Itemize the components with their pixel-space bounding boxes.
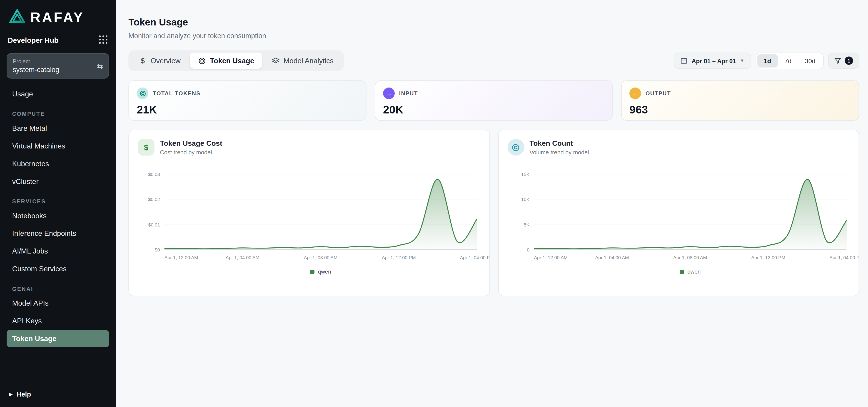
section-genai: GENAI bbox=[12, 286, 104, 292]
y-tick-label: $0 bbox=[155, 247, 160, 252]
sidebar-item-notebooks[interactable]: Notebooks bbox=[7, 207, 109, 224]
y-axis: $0.03$0.02$0.01$0 bbox=[138, 167, 160, 250]
chart-legend: qwen bbox=[138, 268, 480, 275]
sidebar-item-virtual-machines[interactable]: Virtual Machines bbox=[7, 137, 109, 154]
y-tick-label: 15K bbox=[521, 171, 529, 177]
chart-title: Token Count bbox=[529, 139, 589, 147]
chart-subtitle: Cost trend by model bbox=[160, 149, 222, 155]
plot-area bbox=[164, 167, 477, 250]
x-tick-label: Apr 1, 04:00 PM bbox=[460, 255, 490, 260]
tab-bar: Overview Token Usage Model Analytics bbox=[128, 51, 344, 71]
sidebar-item-model-apis[interactable]: Model APIs bbox=[7, 295, 109, 312]
sidebar-item-aiml-jobs[interactable]: AI/ML Jobs bbox=[7, 242, 109, 260]
arrow-right-icon: → bbox=[383, 88, 395, 99]
chart-title: Token Usage Cost bbox=[160, 139, 222, 147]
y-tick-label: 5K bbox=[524, 222, 529, 227]
calendar-icon bbox=[681, 57, 688, 64]
x-tick-label: Apr 1, 04:00 AM bbox=[226, 255, 259, 260]
cost-area-chart: $0.03$0.02$0.01$0 Apr 1, 12:00 AMApr 1, … bbox=[138, 163, 480, 262]
chart-legend: qwen bbox=[507, 268, 850, 275]
chart-header: Token Count Volume trend by model bbox=[507, 139, 850, 155]
stat-value: 21K bbox=[137, 104, 358, 116]
sidebar-item-custom-services[interactable]: Custom Services bbox=[7, 260, 109, 278]
tab-overview[interactable]: Overview bbox=[131, 53, 189, 69]
stat-card-output: ← OUTPUT 963 bbox=[621, 80, 859, 121]
brand: RAFAY bbox=[7, 8, 109, 27]
sidebar-nav: Usage COMPUTE Bare Metal Virtual Machine… bbox=[7, 85, 109, 347]
apps-grid-icon[interactable] bbox=[99, 35, 108, 44]
token-icon bbox=[198, 57, 206, 65]
app-window: RAFAY Developer Hub Project system-catal… bbox=[0, 0, 868, 407]
y-tick-label: $0.01 bbox=[148, 222, 160, 227]
toolbar-right: Apr 01 – Apr 01 ▼ 1d 7d 30d 1 bbox=[674, 52, 859, 69]
date-range-picker[interactable]: Apr 01 – Apr 01 ▼ bbox=[674, 53, 751, 69]
stat-card-total-tokens: TOTAL TOKENS 21K bbox=[128, 80, 367, 121]
dollar-icon bbox=[139, 57, 147, 65]
section-services: SERVICES bbox=[12, 198, 104, 204]
stat-value: 20K bbox=[383, 104, 604, 116]
sidebar-item-vcluster[interactable]: vCluster bbox=[7, 173, 109, 190]
stat-label: TOTAL TOKENS bbox=[153, 90, 200, 96]
sidebar-item-api-keys[interactable]: API Keys bbox=[7, 312, 109, 329]
filter-funnel-icon bbox=[834, 57, 841, 64]
chart-header: $ Token Usage Cost Cost trend by model bbox=[138, 139, 480, 155]
date-range-value: Apr 01 – Apr 01 bbox=[692, 57, 736, 64]
range-selector: 1d 7d 30d bbox=[755, 52, 824, 69]
range-30d-button[interactable]: 30d bbox=[798, 54, 822, 67]
dollar-icon: $ bbox=[138, 139, 155, 155]
section-compute: COMPUTE bbox=[12, 111, 104, 117]
x-axis: Apr 1, 12:00 AMApr 1, 04:00 AMApr 1, 08:… bbox=[164, 252, 477, 262]
stats-row: TOTAL TOKENS 21K → INPUT 20K ← OUTPUT 96… bbox=[128, 80, 859, 121]
toolbar: Overview Token Usage Model Analytics bbox=[128, 51, 859, 71]
help-label: Help bbox=[17, 390, 31, 398]
x-tick-label: Apr 1, 04:00 PM bbox=[829, 255, 859, 260]
sidebar-item-token-usage[interactable]: Token Usage bbox=[7, 330, 109, 347]
filter-count-badge: 1 bbox=[845, 56, 853, 65]
range-1d-button[interactable]: 1d bbox=[757, 54, 778, 67]
arrow-left-icon: ← bbox=[629, 88, 641, 99]
token-icon bbox=[507, 139, 524, 155]
legend-swatch bbox=[680, 269, 684, 274]
y-tick-label: $0.03 bbox=[148, 171, 160, 177]
token-usage-cost-card: $ Token Usage Cost Cost trend by model $… bbox=[128, 129, 490, 296]
count-area-chart: 15K10K5K0 Apr 1, 12:00 AMApr 1, 04:00 AM… bbox=[507, 163, 850, 262]
chevron-down-icon: ▼ bbox=[740, 58, 744, 63]
developer-hub-row: Developer Hub bbox=[7, 35, 109, 44]
x-tick-label: Apr 1, 08:00 AM bbox=[673, 255, 707, 260]
stat-label: INPUT bbox=[399, 90, 418, 96]
x-tick-label: Apr 1, 12:00 AM bbox=[164, 255, 198, 260]
range-7d-button[interactable]: 7d bbox=[778, 54, 798, 67]
brand-name: RAFAY bbox=[30, 9, 84, 25]
layers-icon bbox=[272, 57, 280, 65]
main-content: Token Usage Monitor and analyze your tok… bbox=[116, 0, 868, 407]
x-tick-label: Apr 1, 12:00 PM bbox=[382, 255, 416, 260]
page-title: Token Usage bbox=[128, 17, 859, 28]
x-axis: Apr 1, 12:00 AMApr 1, 04:00 AMApr 1, 08:… bbox=[534, 252, 846, 262]
x-tick-label: Apr 1, 08:00 AM bbox=[304, 255, 337, 260]
tab-model-analytics[interactable]: Model Analytics bbox=[264, 53, 342, 69]
sidebar-item-inference-endpoints[interactable]: Inference Endpoints bbox=[7, 225, 109, 242]
triangle-icon: ▶ bbox=[9, 391, 13, 397]
help-button[interactable]: ▶ Help bbox=[9, 390, 31, 398]
stat-card-input: → INPUT 20K bbox=[375, 80, 613, 121]
token-icon bbox=[137, 88, 148, 99]
legend-label: qwen bbox=[318, 268, 331, 275]
developer-hub-label: Developer Hub bbox=[8, 36, 59, 44]
y-tick-label: $0.02 bbox=[148, 197, 160, 202]
project-label: Project bbox=[13, 58, 59, 64]
sidebar-item-bare-metal[interactable]: Bare Metal bbox=[7, 120, 109, 137]
legend-label: qwen bbox=[687, 268, 701, 275]
switch-project-icon[interactable]: ⇆ bbox=[97, 62, 103, 70]
sidebar-item-usage[interactable]: Usage bbox=[7, 85, 109, 102]
y-axis: 15K10K5K0 bbox=[507, 167, 529, 250]
stat-label: OUTPUT bbox=[646, 90, 671, 96]
filter-button[interactable]: 1 bbox=[828, 53, 859, 69]
sidebar-item-kubernetes[interactable]: Kubernetes bbox=[7, 155, 109, 172]
charts-row: $ Token Usage Cost Cost trend by model $… bbox=[128, 129, 859, 296]
page-subtitle: Monitor and analyze your token consumpti… bbox=[128, 32, 859, 40]
y-tick-label: 10K bbox=[521, 197, 529, 202]
plot-area bbox=[534, 167, 846, 250]
tab-token-usage[interactable]: Token Usage bbox=[190, 53, 262, 69]
x-tick-label: Apr 1, 04:00 AM bbox=[595, 255, 629, 260]
project-selector[interactable]: Project system-catalog ⇆ bbox=[7, 53, 109, 79]
